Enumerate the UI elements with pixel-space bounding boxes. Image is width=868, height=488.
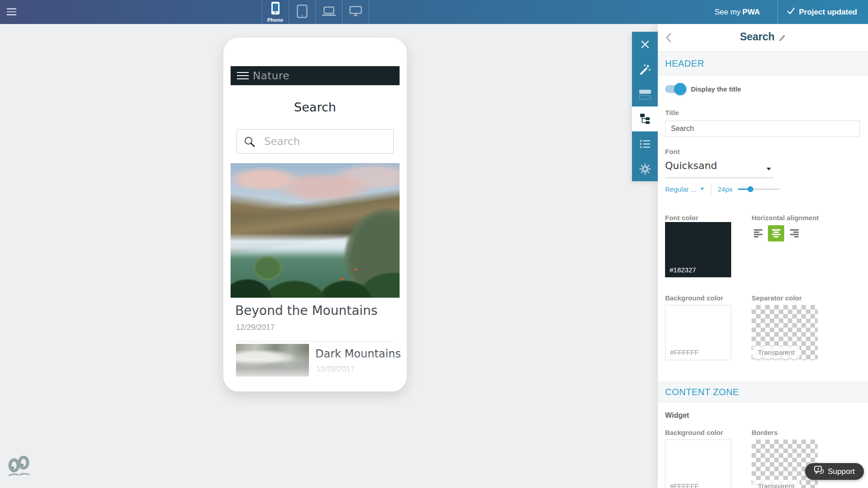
chevron-down-icon: [767, 168, 771, 170]
device-tablet-button[interactable]: [289, 0, 315, 24]
panel-title: Search: [740, 31, 775, 43]
desktop-icon: [349, 6, 362, 19]
chevron-down-icon: [700, 188, 704, 190]
article-date: 12/29/2017: [316, 365, 355, 374]
align-right-icon: [790, 229, 799, 237]
close-icon: [641, 40, 650, 49]
widget-background-color-value: #FFFFFF: [670, 482, 699, 488]
svg-text:?: ?: [817, 467, 820, 472]
header-style-icon: [638, 88, 652, 100]
font-size-slider[interactable]: [738, 186, 780, 192]
separator-color-label: Separator color: [752, 294, 802, 302]
font-color-value: #182327: [670, 266, 696, 274]
align-center-icon: [772, 229, 781, 237]
support-chat-icon: ?: [814, 466, 824, 477]
device-phone-button[interactable]: Phone: [262, 0, 289, 24]
article-thumbnail[interactable]: [236, 344, 309, 377]
article-title[interactable]: Beyond the Mountains: [235, 303, 377, 318]
top-bar: Phone See myPWA P: [0, 0, 868, 24]
navigation-tree-icon: [640, 114, 650, 124]
slider-thumb[interactable]: [747, 186, 753, 192]
support-button[interactable]: ? Support: [805, 463, 864, 480]
phone-app-header[interactable]: Nature: [231, 66, 400, 85]
section-content-zone: CONTENT ZONE: [658, 382, 868, 402]
device-phone-label: Phone: [267, 17, 283, 23]
tablet-icon: [297, 5, 308, 20]
gear-icon: [639, 163, 651, 175]
divider: [369, 0, 369, 24]
divider: [711, 184, 711, 194]
display-title-label: Display the title: [691, 85, 741, 93]
close-button[interactable]: [632, 32, 658, 57]
settings-panel: Search HEADER Display the title Title Fo…: [658, 24, 868, 488]
article-title[interactable]: Dark Mountains: [315, 348, 401, 360]
panel-header: Search: [658, 24, 868, 51]
search-input[interactable]: [264, 130, 391, 153]
theme-wizard-button[interactable]: [632, 57, 658, 82]
main-menu-icon[interactable]: [7, 8, 17, 16]
article-photo[interactable]: [231, 163, 400, 298]
align-left-icon: [754, 229, 762, 237]
font-color-label: Font color: [665, 214, 698, 222]
edit-pencil-icon[interactable]: [778, 35, 786, 43]
separator-color-value: Transparent: [752, 346, 800, 358]
font-size-value: 24px: [718, 185, 733, 193]
font-label: Font: [665, 148, 680, 155]
widget-borders-label: Borders: [752, 429, 778, 436]
list-icon: [640, 139, 651, 149]
list-options-button[interactable]: [632, 131, 658, 156]
search-icon: [244, 136, 256, 148]
see-my-pwa-button[interactable]: See myPWA: [697, 0, 777, 24]
laptop-icon: [322, 6, 336, 18]
preview-page-title: Search: [223, 100, 407, 114]
widget-background-color-swatch[interactable]: #FFFFFF: [665, 440, 731, 488]
background-color-swatch[interactable]: #FFFFFF: [665, 305, 731, 360]
app-menu-icon[interactable]: [237, 70, 249, 82]
goodbarber-mascot-logo: [7, 456, 31, 480]
header-style-button[interactable]: [632, 82, 658, 106]
title-input[interactable]: [665, 121, 860, 137]
app-title: Nature: [253, 70, 289, 82]
laptop-button[interactable]: [315, 0, 342, 24]
background-color-value: #FFFFFF: [670, 348, 699, 356]
widget-borders-swatch[interactable]: Transparent: [752, 440, 818, 488]
divider: [236, 341, 393, 342]
widget-label: Widget: [665, 411, 689, 420]
display-title-toggle[interactable]: [665, 85, 684, 93]
settings-button[interactable]: [632, 156, 658, 181]
check-icon: [787, 7, 795, 17]
navigation-tree-button[interactable]: [632, 106, 658, 131]
separator-color-swatch[interactable]: Transparent: [752, 305, 818, 360]
app-window: Phone See myPWA P: [0, 0, 868, 488]
phone-preview: Nature Search Beyond the Mountains 12/29…: [223, 38, 407, 391]
font-variant-select[interactable]: Regular ...: [665, 185, 704, 193]
widget-background-color-label: Background color: [665, 429, 723, 436]
support-label: Support: [828, 467, 855, 476]
magic-wand-icon: [639, 63, 651, 75]
font-family-select[interactable]: Quicksand: [665, 160, 774, 178]
alignment-label: Horizontal alignment: [752, 214, 819, 222]
preview-search-box[interactable]: [236, 129, 394, 154]
desktop-button[interactable]: [342, 0, 369, 24]
font-color-swatch[interactable]: #182327: [665, 222, 731, 277]
title-field-label: Title: [665, 109, 679, 116]
align-center-button[interactable]: [768, 225, 784, 242]
background-color-label: Background color: [665, 294, 723, 302]
align-right-button[interactable]: [786, 225, 802, 242]
align-left-button[interactable]: [750, 225, 766, 242]
section-header: HEADER: [658, 51, 868, 76]
widget-borders-value: Transparent: [752, 480, 800, 488]
phone-icon: [271, 2, 280, 16]
article-date: 12/29/2017: [236, 323, 275, 332]
project-updated-status: Project updated: [778, 0, 868, 24]
editor-side-toolbar: [632, 32, 658, 181]
